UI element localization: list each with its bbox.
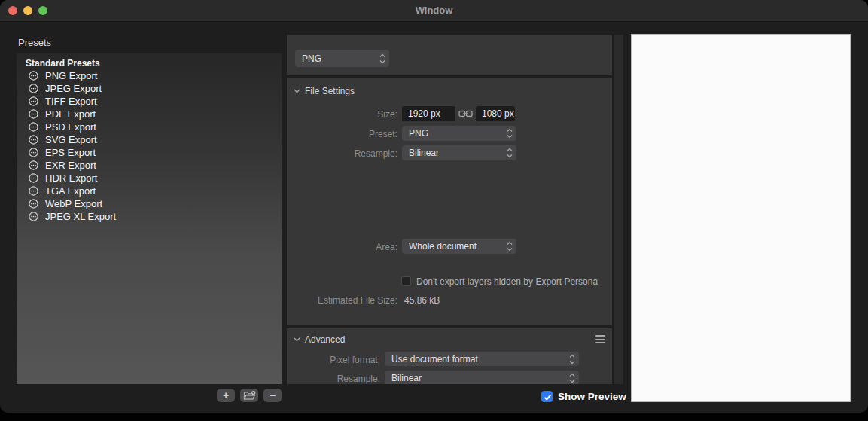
plus-icon: +: [223, 390, 229, 401]
folder-icon: [243, 391, 256, 401]
preset-group-header: Standard Presets: [17, 53, 282, 69]
size-label: Size:: [287, 109, 397, 120]
advanced-title: Advanced: [305, 334, 345, 345]
circled-ellipsis-icon: [29, 199, 38, 209]
preset-item-png[interactable]: PNG Export: [17, 69, 282, 82]
window-title: Window: [0, 0, 868, 21]
up-down-chevrons-icon: [507, 148, 513, 158]
preset-item-label: EXR Export: [45, 160, 96, 171]
circled-ellipsis-icon: [29, 96, 38, 106]
link-chain-icon[interactable]: [458, 110, 473, 117]
add-preset-button[interactable]: +: [217, 389, 235, 402]
preset-select-value: PNG: [409, 128, 428, 139]
preset-item-hdr[interactable]: HDR Export: [17, 172, 282, 185]
format-select[interactable]: PNG: [295, 50, 389, 67]
hidden-layers-checkbox[interactable]: [401, 276, 411, 286]
hidden-layers-label: Don't export layers hidden by Export Per…: [416, 276, 598, 287]
up-down-chevrons-icon: [507, 128, 513, 139]
minus-icon: −: [270, 390, 276, 401]
file-settings-header[interactable]: File Settings: [294, 86, 355, 96]
circled-ellipsis-icon: [29, 148, 38, 157]
preset-item-jpegxl[interactable]: JPEG XL Export: [17, 210, 282, 223]
checkmark-icon: [542, 392, 553, 403]
format-select-value: PNG: [302, 53, 321, 64]
circled-ellipsis-icon: [29, 160, 38, 170]
format-section: PNG: [287, 35, 612, 75]
screen: Window Presets Standard Presets PNG Expo…: [0, 0, 868, 421]
preset-item-exr[interactable]: EXR Export: [17, 159, 282, 172]
up-down-chevrons-icon: [379, 53, 385, 64]
export-window: Window Presets Standard Presets PNG Expo…: [0, 0, 868, 413]
preset-item-label: SVG Export: [45, 134, 97, 145]
advanced-resample-label: Resample:: [287, 374, 380, 384]
preview-panel: [631, 34, 851, 402]
resample-select[interactable]: Bilinear: [402, 145, 516, 160]
advanced-resample-select[interactable]: Bilinear: [385, 371, 579, 384]
circled-ellipsis-icon: [29, 212, 38, 221]
hamburger-menu-icon[interactable]: [595, 335, 605, 343]
preset-item-eps[interactable]: EPS Export: [17, 146, 282, 159]
preset-item-webp[interactable]: WebP Export: [17, 197, 282, 210]
settings-column: PNG File Settings Size:: [287, 35, 612, 384]
area-label: Area:: [287, 242, 397, 252]
resample-label: Resample:: [287, 148, 397, 159]
preset-item-pdf[interactable]: PDF Export: [17, 108, 282, 121]
up-down-chevrons-icon: [507, 241, 513, 252]
show-preview-control[interactable]: Show Preview: [541, 391, 626, 402]
preset-item-label: PSD Export: [45, 121, 96, 133]
circled-ellipsis-icon: [29, 84, 38, 93]
presets-panel-title: Presets: [18, 37, 51, 48]
circled-ellipsis-icon: [29, 135, 38, 145]
height-input[interactable]: [476, 106, 515, 121]
preset-item-jpeg[interactable]: JPEG Export: [17, 82, 282, 95]
show-preview-checkbox[interactable]: [541, 391, 553, 402]
titlebar: Window: [0, 0, 868, 22]
file-settings-section: File Settings Size: Preset: PNG: [287, 78, 612, 325]
resample-select-value: Bilinear: [409, 148, 439, 158]
file-settings-title: File Settings: [305, 86, 355, 96]
width-input[interactable]: [402, 106, 455, 121]
circled-ellipsis-icon: [29, 109, 38, 119]
circled-ellipsis-icon: [29, 122, 38, 132]
pixel-format-select-value: Use document format: [391, 354, 478, 365]
circled-ellipsis-icon: [29, 186, 38, 196]
circled-ellipsis-icon: [29, 71, 38, 81]
preset-item-svg[interactable]: SVG Export: [17, 133, 282, 146]
preset-item-label: PDF Export: [45, 108, 96, 120]
preset-item-label: JPEG Export: [45, 83, 102, 94]
chevron-down-icon: [294, 89, 300, 93]
preset-item-label: HDR Export: [45, 172, 97, 184]
remove-preset-button[interactable]: −: [263, 389, 282, 402]
preset-item-psd[interactable]: PSD Export: [17, 121, 282, 133]
preset-item-label: WebP Export: [45, 198, 102, 209]
area-select-value: Whole document: [409, 241, 477, 252]
estimated-size-value: 45.86 kB: [404, 295, 440, 306]
circled-ellipsis-icon: [29, 173, 38, 183]
area-select[interactable]: Whole document: [402, 239, 516, 254]
preset-item-tiff[interactable]: TIFF Export: [17, 95, 282, 108]
pixel-format-select[interactable]: Use document format: [385, 352, 579, 366]
preset-label: Preset:: [287, 129, 397, 139]
estimated-size-label: Estimated File Size:: [287, 295, 397, 306]
preset-item-label: PNG Export: [45, 70, 97, 81]
preset-item-tga[interactable]: TGA Export: [17, 185, 282, 197]
preset-select[interactable]: PNG: [402, 126, 516, 141]
advanced-header[interactable]: Advanced: [294, 334, 345, 345]
up-down-chevrons-icon: [569, 354, 575, 365]
settings-scrollbar[interactable]: [614, 35, 623, 384]
show-preview-label: Show Preview: [558, 391, 626, 402]
new-preset-folder-button[interactable]: [240, 389, 258, 402]
pixel-format-label: Pixel format:: [287, 355, 380, 365]
preset-item-label: TGA Export: [45, 185, 96, 197]
preset-item-label: TIFF Export: [45, 96, 97, 107]
preset-item-label: EPS Export: [45, 147, 96, 158]
chevron-down-icon: [294, 337, 300, 342]
up-down-chevrons-icon: [569, 373, 575, 383]
preset-list: Standard Presets PNG Export JPEG Export …: [17, 53, 282, 384]
advanced-section: Advanced Pixel format: Use document form…: [287, 328, 612, 384]
preset-item-label: JPEG XL Export: [45, 211, 116, 222]
advanced-resample-select-value: Bilinear: [391, 373, 422, 383]
